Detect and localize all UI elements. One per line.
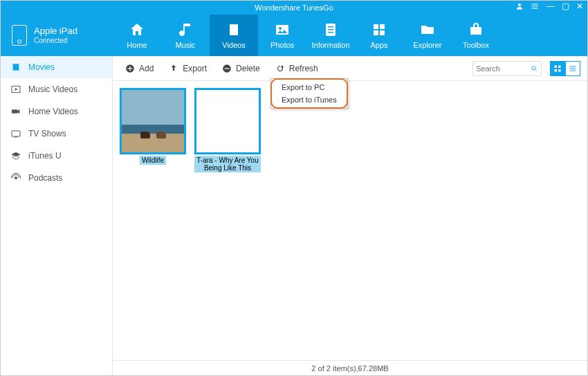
svg-rect-22 <box>12 109 17 113</box>
export-dropdown: Export to PC Export to iTunes <box>270 78 348 109</box>
video-item[interactable]: T-ara - Why Are You Being Like This <box>194 88 261 172</box>
svg-rect-28 <box>128 68 133 69</box>
svg-rect-1 <box>532 4 538 5</box>
tab-home[interactable]: Home <box>113 15 161 56</box>
svg-rect-13 <box>374 24 378 29</box>
sidebar: Movies Music Videos Home Videos TV Shows… <box>1 56 113 375</box>
svg-rect-36 <box>558 69 561 72</box>
menu-icon[interactable] <box>531 2 539 12</box>
svg-rect-15 <box>374 30 378 35</box>
video-label: T-ara - Why Are You Being Like This <box>194 156 261 172</box>
sidebar-item-movies[interactable]: Movies <box>1 56 112 78</box>
refresh-button[interactable]: Refresh <box>270 61 324 76</box>
sidebar-item-label: Home Videos <box>28 107 78 116</box>
tab-toolbox-label: Toolbox <box>463 41 489 49</box>
svg-rect-20 <box>19 64 20 70</box>
svg-rect-23 <box>12 131 20 136</box>
header: Apple iPad Connected Home Music Videos P… <box>1 15 587 56</box>
grid-icon <box>553 64 562 73</box>
maximize-button[interactable]: ▢ <box>562 2 569 10</box>
svg-point-31 <box>532 66 535 69</box>
tab-videos-label: Videos <box>222 41 245 49</box>
svg-rect-30 <box>225 68 230 69</box>
device-icon <box>12 25 27 46</box>
tab-explorer[interactable]: Explorer <box>403 15 452 56</box>
video-item[interactable]: Wildlife <box>120 88 186 172</box>
export-icon <box>169 64 178 73</box>
device-name: Apple iPad <box>34 26 77 37</box>
tab-videos[interactable]: Videos <box>210 15 258 56</box>
svg-rect-19 <box>12 64 13 70</box>
svg-rect-16 <box>380 30 385 35</box>
svg-rect-24 <box>15 137 17 138</box>
device-panel[interactable]: Apple iPad Connected <box>1 15 113 56</box>
refresh-icon <box>275 64 285 73</box>
video-grid: Wildlife T-ara - Why Are You Being Like … <box>113 81 587 360</box>
export-label: Export <box>183 64 207 73</box>
sidebar-item-label: Music Videos <box>28 84 77 94</box>
tv-icon <box>10 128 21 139</box>
svg-rect-14 <box>380 24 385 29</box>
search-icon <box>531 64 538 73</box>
sidebar-item-home-videos[interactable]: Home Videos <box>1 100 112 123</box>
export-button[interactable]: Export <box>163 61 212 76</box>
svg-point-0 <box>518 3 521 6</box>
tab-music[interactable]: Music <box>161 15 210 56</box>
delete-label: Delete <box>236 64 260 73</box>
tab-photos[interactable]: Photos <box>258 15 306 56</box>
sidebar-item-itunes-u[interactable]: iTunes U <box>1 145 112 167</box>
grid-view-button[interactable] <box>550 61 565 76</box>
title-bar: Wondershare TunesGo — ▢ ✕ <box>1 1 587 15</box>
svg-rect-39 <box>570 70 576 71</box>
user-icon[interactable] <box>515 2 524 12</box>
tab-apps[interactable]: Apps <box>355 15 403 56</box>
delete-button[interactable]: Delete <box>217 61 266 76</box>
svg-rect-6 <box>238 24 240 35</box>
svg-rect-18 <box>12 64 20 70</box>
tab-explorer-label: Explorer <box>414 41 442 49</box>
search-box[interactable] <box>472 61 542 76</box>
tab-music-label: Music <box>176 41 196 49</box>
plus-icon <box>125 64 135 73</box>
svg-rect-5 <box>228 24 230 35</box>
graduation-icon <box>10 150 21 161</box>
svg-rect-11 <box>328 29 333 30</box>
music-video-icon <box>10 84 21 95</box>
export-to-pc[interactable]: Export to PC <box>272 81 347 93</box>
sidebar-item-music-videos[interactable]: Music Videos <box>1 78 112 100</box>
svg-rect-2 <box>532 6 538 7</box>
video-thumbnail <box>120 88 186 154</box>
tab-information[interactable]: Information <box>306 15 355 56</box>
app-title: Wondershare TunesGo <box>255 3 333 12</box>
svg-rect-17 <box>470 27 481 35</box>
sidebar-item-label: TV Shows <box>28 129 66 138</box>
film-icon <box>10 62 21 73</box>
close-button[interactable]: ✕ <box>576 2 583 10</box>
svg-rect-10 <box>328 26 333 28</box>
svg-line-32 <box>535 69 537 71</box>
sidebar-item-podcasts[interactable]: Podcasts <box>1 167 112 189</box>
add-button[interactable]: Add <box>120 61 159 76</box>
svg-rect-34 <box>558 65 561 68</box>
svg-point-8 <box>279 27 282 30</box>
toolbar: Add Export Delete Refresh <box>113 56 587 81</box>
nav-tabs: Home Music Videos Photos Information App… <box>113 15 587 56</box>
list-view-button[interactable] <box>565 61 580 76</box>
video-thumbnail <box>194 88 261 154</box>
svg-rect-37 <box>570 66 576 66</box>
status-text: 2 of 2 item(s),67.28MB <box>311 364 388 373</box>
device-status: Connected <box>34 37 77 45</box>
add-label: Add <box>139 64 154 73</box>
tab-toolbox[interactable]: Toolbox <box>452 15 500 56</box>
minimize-button[interactable]: — <box>546 2 555 10</box>
export-to-itunes[interactable]: Export to iTunes <box>272 93 347 106</box>
sidebar-item-tv-shows[interactable]: TV Shows <box>1 123 112 145</box>
svg-rect-38 <box>570 68 576 69</box>
list-icon <box>569 64 577 73</box>
tab-information-label: Information <box>311 41 349 49</box>
sidebar-item-label: Movies <box>28 62 55 72</box>
search-input[interactable] <box>476 64 531 73</box>
tab-home-label: Home <box>127 41 147 49</box>
svg-rect-3 <box>532 8 538 9</box>
minus-icon <box>222 64 232 73</box>
